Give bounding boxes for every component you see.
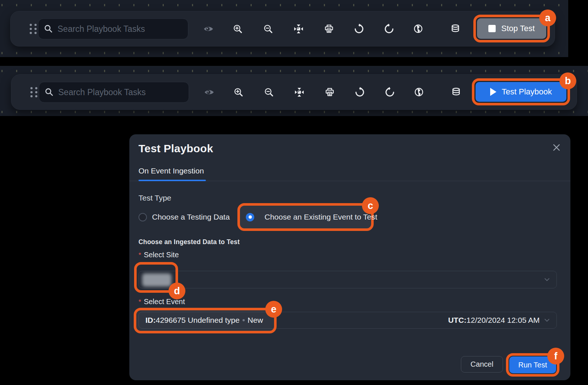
annotation-badge-f: f [547, 348, 564, 365]
screenshot-canvas: Stop Test a [0, 0, 588, 385]
select-site-label: *Select Site [138, 251, 179, 259]
globe-icon[interactable] [410, 20, 426, 37]
search-box [38, 18, 188, 39]
database-icon[interactable] [448, 84, 465, 101]
site-select[interactable] [138, 271, 557, 288]
database-icon[interactable] [447, 20, 464, 37]
event-selected-value: ID:4296675 Undefined typeNew [145, 316, 263, 325]
radio-selected-icon[interactable] [246, 213, 254, 221]
fit-to-view-icon[interactable] [290, 20, 307, 37]
zoom-out-icon[interactable] [260, 84, 277, 101]
annotation-ring-a: Stop Test a [473, 15, 550, 42]
cancel-button[interactable]: Cancel [461, 356, 503, 373]
required-asterisk: * [138, 298, 141, 306]
redo-rotate-cw-icon[interactable] [351, 20, 367, 37]
annotation-badge-b: b [559, 72, 576, 89]
test-type-label: Test Type [138, 194, 171, 202]
stop-test-button[interactable]: Stop Test [477, 18, 546, 39]
test-playbook-label: Test Playbook [502, 87, 552, 97]
annotation-ring-b: Test Playbook b [472, 78, 570, 105]
search-icon [44, 87, 54, 97]
active-tab-underline [138, 180, 206, 181]
tab-on-event-ingestion[interactable]: On Event Ingestion [138, 167, 204, 175]
event-utc-timestamp: UTC:12/20/2024 12:05 AM [448, 316, 540, 325]
playbook-toolbar: Stop Test a [10, 11, 555, 46]
grid-dots [1, 4, 568, 6]
required-asterisk: * [138, 251, 141, 259]
undo-rotate-ccw-icon[interactable] [381, 84, 398, 101]
playbook-toolbar: Test Playbook b [11, 74, 577, 110]
preview-eye-icon[interactable] [200, 20, 217, 37]
chevron-down-icon [543, 316, 551, 324]
grid-dots [1, 52, 568, 54]
dialog-title: Test Playbook [138, 142, 213, 155]
print-icon[interactable] [321, 84, 338, 101]
undo-rotate-ccw-icon[interactable] [381, 20, 397, 37]
chevron-down-icon [543, 276, 551, 284]
close-icon[interactable] [551, 142, 562, 153]
annotation-badge-a: a [539, 10, 556, 26]
drag-handle-icon[interactable] [30, 24, 37, 34]
play-icon [490, 88, 496, 96]
search-icon [44, 24, 53, 34]
radio-choose-testing-data[interactable]: Choose a Testing Data [138, 209, 230, 225]
redacted-site-value [142, 273, 171, 287]
print-icon[interactable] [321, 20, 337, 37]
zoom-in-icon[interactable] [230, 84, 247, 101]
status-dot-separator [243, 319, 245, 321]
ingested-data-section-label: Choose an Ingested Data to Test [138, 238, 240, 246]
zoom-out-icon[interactable] [260, 20, 277, 37]
stop-icon [488, 25, 496, 32]
stop-test-label: Stop Test [501, 24, 535, 33]
toolbar-strip-test-playbook: Test Playbook b [0, 66, 588, 116]
event-select[interactable]: ID:4296675 Undefined typeNew UTC:12/20/2… [138, 312, 557, 329]
annotation-ring-f: Run Test f [506, 353, 559, 377]
select-event-label: *Select Event [138, 298, 185, 306]
annotation-badge-c: c [362, 197, 379, 214]
grid-dots [1, 111, 588, 113]
redo-rotate-cw-icon[interactable] [351, 84, 368, 101]
search-box [39, 82, 189, 102]
preview-eye-icon[interactable] [201, 84, 218, 101]
search-input[interactable] [58, 87, 184, 97]
radio-choose-existing-event[interactable]: Choose an Existing Event to Test [246, 213, 377, 221]
toolbar-strip-stop-test: Stop Test a [0, 0, 568, 57]
drag-handle-icon[interactable] [30, 87, 37, 97]
search-input[interactable] [58, 24, 183, 34]
radio-unselected-icon[interactable] [138, 213, 147, 221]
test-playbook-dialog: Test Playbook On Event Ingestion Test Ty… [129, 134, 570, 380]
fit-to-view-icon[interactable] [291, 84, 308, 101]
annotation-ring-c: Choose an Existing Event to Test c [237, 203, 374, 231]
zoom-in-icon[interactable] [229, 20, 246, 37]
grid-dots [1, 70, 588, 72]
globe-icon[interactable] [410, 84, 427, 101]
test-playbook-button[interactable]: Test Playbook [476, 82, 566, 102]
